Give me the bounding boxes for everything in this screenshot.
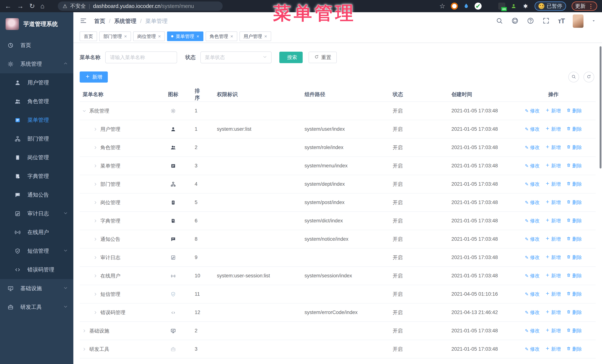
row-action-add[interactable]: 新增 [545,181,561,187]
close-icon[interactable]: × [196,34,199,39]
caret-down-icon[interactable] [592,19,596,23]
row-action-edit[interactable]: ✎修改 [525,272,540,279]
close-icon[interactable]: × [230,34,233,39]
green-person-icon[interactable] [510,3,517,10]
chevron-right-icon[interactable] [93,311,97,315]
bookmark-star-icon[interactable]: ☆ [439,2,445,10]
row-action-add[interactable]: 新增 [545,328,561,334]
row-action-add[interactable]: 新增 [545,254,561,261]
chevron-right-icon[interactable] [93,200,97,205]
row-action-add[interactable]: 新增 [545,346,561,352]
row-action-edit[interactable]: ✎修改 [525,108,540,114]
row-action-add[interactable]: 新增 [545,126,561,132]
puzzle-icon[interactable]: ✱ [522,3,529,10]
sidebar-item-字典管理[interactable]: 字典管理 [0,167,73,186]
row-action-edit[interactable]: ✎修改 [525,346,540,352]
row-action-edit[interactable]: ✎修改 [525,163,540,169]
back-icon[interactable]: ← [5,2,11,10]
row-action-delete[interactable]: 删除 [566,181,582,187]
add-button[interactable]: 新增 [80,72,108,83]
sidebar-item-基础设施[interactable]: 基础设施 [0,279,73,298]
sidebar-item-系统管理[interactable]: 系统管理 [0,55,73,73]
sidebar-item-用户管理[interactable]: 用户管理 [0,73,73,92]
sidebar-logo-row[interactable]: 芋道管理系统 [0,12,73,36]
chevron-right-icon[interactable] [93,274,97,278]
reload-icon[interactable]: ↻ [29,2,35,10]
row-action-add[interactable]: 新增 [545,272,561,279]
toggle-search-button[interactable] [568,72,579,82]
sidebar-item-菜单管理[interactable]: 菜单管理 [0,111,73,129]
row-action-add[interactable]: 新增 [545,236,561,242]
tab-岗位管理[interactable]: 岗位管理× [133,31,165,41]
tab-部门管理[interactable]: 部门管理× [99,31,131,41]
sidebar-item-错误码管理[interactable]: 错误码管理 [0,260,73,279]
row-action-delete[interactable]: 删除 [566,236,582,242]
chevron-right-icon[interactable] [93,219,97,223]
row-action-delete[interactable]: 删除 [566,126,582,132]
chevron-right-icon[interactable] [93,182,97,186]
row-action-delete[interactable]: 删除 [566,272,582,279]
sidebar-item-部门管理[interactable]: 部门管理 [0,129,73,148]
screen-on-icon[interactable]: on [498,3,505,10]
question-icon[interactable] [527,17,534,25]
collapse-sidebar-icon[interactable] [80,17,87,25]
close-icon[interactable]: × [158,34,161,39]
chevron-right-icon[interactable] [82,329,86,333]
orange-ring-icon[interactable] [451,3,458,10]
row-action-delete[interactable]: 删除 [566,163,582,169]
row-action-delete[interactable]: 删除 [566,218,582,224]
row-action-edit[interactable]: ✎修改 [525,181,540,187]
row-action-add[interactable]: 新增 [545,144,561,151]
home-icon[interactable]: ⌂ [40,2,44,10]
sidebar-item-角色管理[interactable]: 角色管理 [0,92,73,111]
row-action-edit[interactable]: ✎修改 [525,328,540,334]
row-action-delete[interactable]: 删除 [566,144,582,151]
sidebar-item-在线用户[interactable]: 在线用户 [0,223,73,242]
row-action-delete[interactable]: 删除 [566,199,582,206]
tab-首页[interactable]: 首页 [80,31,97,41]
water-drop-icon[interactable] [463,3,470,10]
row-action-edit[interactable]: ✎修改 [525,199,540,206]
row-action-edit[interactable]: ✎修改 [525,236,540,242]
tab-角色管理[interactable]: 角色管理× [206,31,237,41]
breadcrumb-item[interactable]: 系统管理 [114,17,136,25]
reset-button[interactable]: 重置 [309,52,337,63]
sidebar-item-短信管理[interactable]: 短信管理 [0,242,73,260]
tab-菜单管理[interactable]: 菜单管理× [167,31,203,41]
green-circle-icon[interactable]: ✔ [474,3,482,10]
sidebar-item-研发工具[interactable]: 研发工具 [0,298,73,316]
row-action-delete[interactable]: 删除 [566,108,582,114]
row-action-delete[interactable]: 删除 [566,291,582,297]
close-icon[interactable]: × [264,34,267,39]
browser-menu-icon[interactable]: ⋮ [588,3,594,10]
profile-paused-badge[interactable]: 已暂停 [535,1,566,11]
sidebar-item-审计日志[interactable]: 审计日志 [0,204,73,223]
row-action-edit[interactable]: ✎修改 [525,144,540,151]
row-action-add[interactable]: 新增 [545,108,561,114]
fullscreen-icon[interactable] [542,17,550,25]
chevron-right-icon[interactable] [93,146,97,150]
chevron-right-icon[interactable] [82,347,86,351]
blue-grid-icon[interactable] [486,3,494,10]
sidebar-item-岗位管理[interactable]: 岗位管理 [0,148,73,167]
row-action-delete[interactable]: 删除 [566,254,582,261]
chevron-right-icon[interactable] [93,127,97,131]
chevron-right-icon[interactable] [93,292,97,296]
row-action-add[interactable]: 新增 [545,218,561,224]
chevron-right-icon[interactable] [93,237,97,241]
row-action-delete[interactable]: 删除 [566,309,582,316]
search-button[interactable]: 搜索 [279,52,303,63]
close-icon[interactable]: × [124,34,127,39]
row-action-add[interactable]: 新增 [545,163,561,169]
row-action-add[interactable]: 新增 [545,309,561,316]
status-select[interactable]: 菜单状态 [200,52,271,63]
row-action-edit[interactable]: ✎修改 [525,254,540,261]
avatar[interactable] [573,14,583,28]
breadcrumb-item[interactable]: 菜单管理 [145,17,168,25]
sidebar-item-通知公告[interactable]: 通知公告 [0,186,73,204]
sidebar-item-首页[interactable]: 首页 [0,36,73,55]
chevron-down-icon[interactable] [82,109,86,113]
row-action-edit[interactable]: ✎修改 [525,126,540,132]
row-action-delete[interactable]: 删除 [566,328,582,334]
github-icon[interactable] [511,17,519,25]
